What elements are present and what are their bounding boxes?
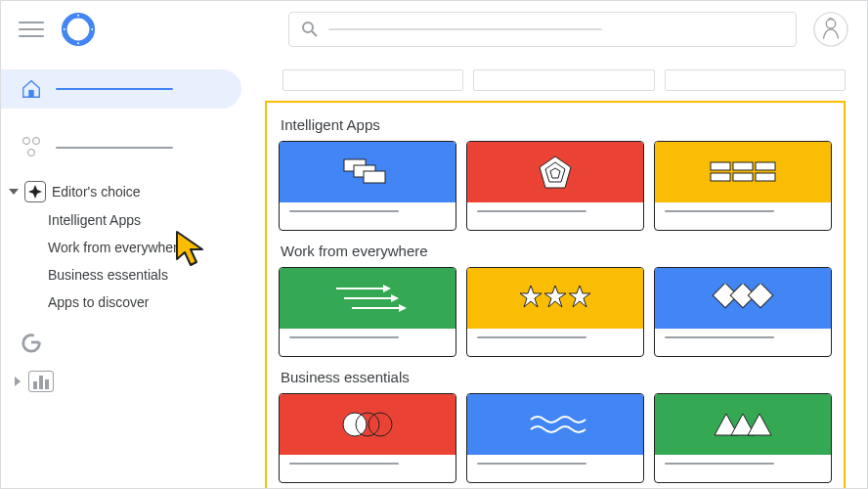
app-frame: Editor's choice Intelligent Apps Work fr…: [0, 0, 868, 489]
card-art: [655, 142, 831, 202]
logo-icon[interactable]: [60, 11, 97, 48]
menu-icon[interactable]: [19, 22, 44, 37]
svg-marker-30: [391, 294, 399, 302]
svg-rect-23: [756, 162, 775, 170]
sidebar-item-apps-to-discover[interactable]: Apps to discover: [48, 289, 255, 316]
chevron-right-icon: [15, 377, 21, 386]
card-art: [467, 142, 643, 202]
google-icon[interactable]: [21, 332, 42, 353]
app-card[interactable]: [279, 141, 456, 231]
svg-rect-26: [756, 173, 775, 181]
app-card[interactable]: [279, 267, 456, 357]
cursor-icon: [173, 230, 212, 271]
svg-rect-22: [733, 162, 753, 170]
editors-choice-label: Editor's choice: [52, 184, 141, 200]
card-art: [280, 268, 456, 329]
circles-icon: [21, 137, 42, 158]
svg-point-5: [77, 15, 79, 17]
card-art: [655, 268, 831, 329]
section-title: Work from everywhere: [281, 243, 832, 259]
search-input[interactable]: [288, 12, 797, 47]
app-card[interactable]: [654, 141, 832, 231]
bar-chart-icon: [28, 371, 54, 392]
svg-point-38: [369, 413, 392, 436]
highlighted-collections: Intelligent Apps Work from everywhere Bu…: [265, 101, 846, 489]
app-card[interactable]: [466, 267, 644, 357]
chevron-down-icon: [9, 189, 19, 195]
svg-rect-35: [748, 284, 772, 308]
app-card[interactable]: [654, 267, 832, 357]
svg-point-9: [303, 22, 313, 32]
svg-point-8: [64, 28, 65, 30]
card-art: [467, 394, 643, 455]
svg-point-7: [77, 42, 79, 44]
svg-marker-18: [540, 156, 571, 188]
svg-marker-28: [383, 285, 391, 292]
svg-rect-13: [28, 90, 34, 97]
card-art: [280, 142, 456, 202]
sidebar-item-editors-choice[interactable]: Editor's choice: [9, 177, 255, 206]
sidebar-item-business-essentials[interactable]: Business essentials: [48, 261, 255, 289]
sidebar-item-work-from-everywhere[interactable]: Work from everywhere: [48, 234, 255, 261]
app-card[interactable]: [279, 393, 456, 483]
sidebar-item-analytics[interactable]: [15, 371, 255, 392]
card-art: [280, 394, 456, 455]
svg-rect-25: [733, 173, 753, 181]
app-card[interactable]: [466, 393, 644, 483]
sidebar-item-intelligent-apps[interactable]: Intelligent Apps: [48, 206, 255, 234]
sidebar: Editor's choice Intelligent Apps Work fr…: [1, 58, 255, 488]
svg-point-12: [826, 20, 836, 29]
svg-marker-41: [748, 414, 771, 435]
svg-rect-24: [711, 173, 730, 181]
app-card[interactable]: [654, 393, 832, 483]
app-card[interactable]: [466, 141, 644, 231]
sidebar-tree: Editor's choice Intelligent Apps Work fr…: [1, 177, 255, 316]
section-title: Intelligent Apps: [281, 116, 832, 133]
svg-marker-32: [399, 304, 407, 312]
sparkle-icon: [24, 181, 46, 202]
svg-rect-17: [364, 171, 385, 183]
header: [1, 1, 867, 58]
card-art: [655, 394, 831, 455]
svg-point-36: [343, 413, 367, 436]
svg-point-6: [91, 28, 93, 30]
main-content: Intelligent Apps Work from everywhere Bu…: [255, 58, 867, 488]
sidebar-item-generic[interactable]: [1, 128, 241, 167]
section-title: Business essentials: [281, 369, 832, 385]
card-art: [467, 268, 643, 329]
svg-point-0: [65, 16, 93, 44]
search-icon: [301, 21, 319, 38]
sidebar-item-home[interactable]: [1, 69, 241, 109]
home-icon: [21, 78, 42, 100]
svg-line-10: [312, 31, 317, 36]
avatar-icon[interactable]: [812, 11, 849, 48]
svg-rect-21: [711, 162, 730, 170]
